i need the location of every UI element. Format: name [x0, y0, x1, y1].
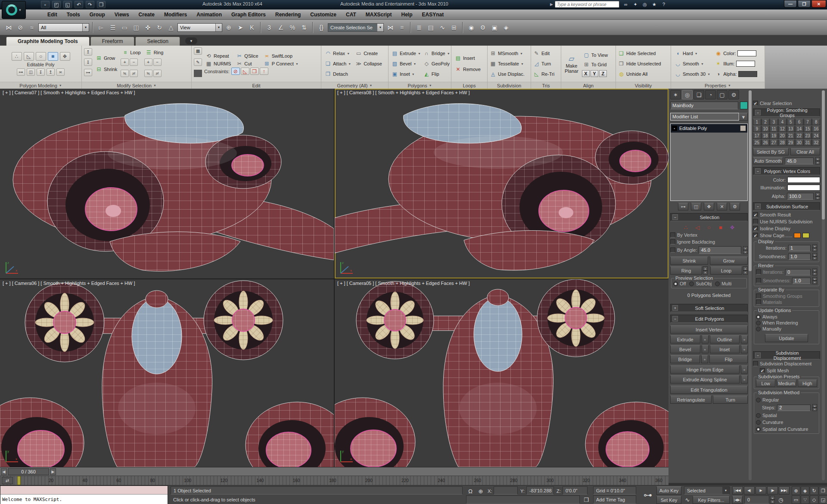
time-configuration-icon[interactable]: ◷	[777, 496, 785, 504]
key-mode-toggle-button[interactable]: |◀▶|	[732, 496, 743, 504]
align-axis-button[interactable]: X	[582, 70, 590, 77]
preset-button[interactable]: High	[798, 380, 817, 387]
ribbon-button[interactable]: ◡Smooth▼	[673, 60, 712, 67]
checkbox[interactable]	[753, 219, 758, 224]
zoom-region-icon[interactable]: ▭	[792, 495, 800, 504]
ribbon-button[interactable]: ✎Edit	[533, 50, 554, 57]
display-iterations-field[interactable]: 1	[788, 245, 811, 251]
make-planar-button[interactable]: ▱ Make Planar	[563, 54, 580, 74]
listener-output-pane[interactable]: Welcome to MAXScript.	[0, 495, 168, 504]
auto-key-button[interactable]: Auto Key	[656, 486, 681, 495]
ribbon-tab[interactable]: Selection	[135, 37, 180, 46]
time-slider[interactable]: ◀ 0 / 360 ▶	[0, 467, 668, 476]
align-axis-button[interactable]: Z	[599, 70, 607, 77]
graphite-toggle-icon[interactable]: ▤	[426, 22, 436, 33]
rollout-subdivision-surface[interactable]: − Subdivision Surface	[753, 202, 820, 210]
spinner-snap-icon[interactable]: ⇅	[299, 22, 309, 33]
next-modifier-icon[interactable]: ↥	[47, 68, 55, 76]
vc-illum-swatch[interactable]	[787, 185, 820, 191]
ribbon-button[interactable]: ⊞Grow	[94, 55, 118, 62]
ribbon-button[interactable]: ◿Turn	[533, 60, 554, 67]
modifier-list-arrow-icon[interactable]: ▼	[739, 113, 748, 121]
ribbon-button[interactable]: ⟲Repeat	[204, 53, 232, 59]
extrude-spline-settings-button[interactable]: ▫	[741, 375, 748, 383]
ribbon-button[interactable]: ✕Remove	[454, 66, 482, 73]
ring-grow-icon[interactable]: +	[144, 59, 152, 66]
previous-modifier-icon[interactable]: ↧	[37, 68, 45, 76]
smoothing-group-button[interactable]: 26	[762, 139, 770, 146]
ribbon-button[interactable]: ⊟Shrink	[94, 66, 118, 73]
set-key-button[interactable]: Set Key	[656, 496, 681, 504]
method-regular-radio[interactable]: Regular	[756, 397, 817, 402]
smoothing-group-button[interactable]: 31	[804, 139, 812, 146]
ribbon-button[interactable]: ▣Inset▼	[391, 71, 422, 77]
smoothing-group-button[interactable]: 15	[804, 126, 812, 132]
element-mode-icon[interactable]: ❖	[60, 52, 70, 61]
grow-button[interactable]: Grow	[710, 257, 748, 265]
loop-shrink-icon[interactable]: −	[130, 59, 138, 66]
edge-mode-icon[interactable]: ◁	[693, 224, 701, 231]
loop-tools[interactable]: ≡Loop	[121, 47, 142, 58]
smoothing-group-button[interactable]: 21	[787, 133, 795, 139]
smoothing-group-button[interactable]: 3	[770, 119, 778, 125]
ribbon-button[interactable]: ≫Collapse	[354, 60, 383, 67]
ribbon-button[interactable]: ▭Create	[354, 50, 383, 57]
frame-spinner[interactable]: ▲▼	[770, 496, 775, 504]
stack-item-swatch[interactable]	[740, 125, 746, 131]
vc-alpha-field[interactable]: 100.0	[787, 193, 814, 200]
extrude-settings-button[interactable]: ▫	[702, 335, 709, 343]
named-selection-set-dropdown[interactable]: Create Selection Se▼	[328, 23, 384, 32]
favorites-icon[interactable]: ★	[650, 1, 659, 8]
viewport-bottom-left[interactable]: [ + ] [ Camera06 ] [ Smooth + Highlights…	[0, 279, 334, 467]
method-curvature-radio[interactable]: Curvature	[756, 420, 817, 425]
field-of-view-icon[interactable]: ◇	[810, 495, 818, 504]
pin-selection-icon[interactable]: ⊶	[84, 69, 92, 76]
ribbon-button[interactable]: ◬Use Displac.	[490, 71, 525, 77]
subscription-center-icon[interactable]: ✦	[631, 1, 640, 8]
ribbon-button[interactable]: ▦NURMS	[204, 60, 232, 67]
flip-button[interactable]: Flip	[709, 355, 748, 363]
align-icon[interactable]: ≡	[397, 22, 407, 33]
percent-snap-icon[interactable]: %	[287, 22, 298, 33]
ribbon-button[interactable]: ⊞To Grid	[582, 61, 609, 68]
smoothing-group-button[interactable]: 30	[795, 139, 803, 146]
alpha-swatch[interactable]	[738, 71, 757, 77]
stack-up-icon[interactable]: ↥	[84, 48, 92, 56]
shrink-button[interactable]: Shrink	[670, 257, 708, 265]
x-coordinate-field[interactable]	[494, 486, 518, 495]
constraint-none-icon[interactable]: ⊘	[231, 68, 240, 75]
material-editor-icon[interactable]: ◉	[466, 22, 476, 33]
minimize-button[interactable]: —	[784, 0, 797, 8]
cage-color-swatch-1[interactable]	[794, 233, 801, 238]
remove-modifier-icon[interactable]: ✕	[717, 203, 727, 210]
smoothing-group-button[interactable]: 11	[770, 126, 778, 132]
stack-item-label[interactable]: Editable Poly	[679, 126, 738, 131]
inset-button[interactable]: Inset	[710, 345, 740, 353]
ribbon-button[interactable]: ⊞MSmooth▼	[490, 50, 525, 57]
select-and-scale-icon[interactable]: △	[166, 22, 176, 33]
auto-smooth-field[interactable]: 45.0	[785, 158, 814, 164]
turn-button[interactable]: Turn	[713, 396, 748, 404]
key-mode-dropdown[interactable]: Selected ▼	[684, 486, 730, 495]
select-and-link-icon[interactable]: ⋈	[3, 22, 14, 33]
render-production-icon[interactable]: ◈	[501, 22, 511, 33]
modifier-list-dropdown[interactable]: Modifier List	[670, 113, 739, 121]
layer-manager-icon[interactable]: ≣	[414, 22, 424, 33]
method-spatial-radio[interactable]: Spatial	[756, 413, 817, 418]
polygon-mode-icon[interactable]: ■	[48, 52, 58, 61]
loop-shift-icon[interactable]: ≒	[121, 70, 129, 77]
ribbon-tab[interactable]: Graphite Modeling Tools	[6, 37, 90, 46]
show-end-result-icon[interactable]: ◫	[691, 203, 701, 210]
ring-tools[interactable]: ☰Ring	[144, 47, 165, 58]
ribbon-button[interactable]: ▢To View	[582, 52, 609, 59]
scrollbar-column-2[interactable]	[822, 90, 825, 480]
ribbon-button[interactable]: ❐Detach	[323, 71, 352, 77]
select-and-rotate-icon[interactable]: ↻	[154, 22, 165, 33]
checkbox[interactable]	[670, 239, 675, 244]
restore-button[interactable]: ❐	[798, 0, 811, 8]
close-button[interactable]: ✕	[811, 0, 826, 8]
clear-all-button[interactable]: Clear All	[790, 148, 820, 155]
undo-icon[interactable]: ↶	[75, 1, 83, 8]
border-mode-icon[interactable]: ○	[705, 224, 713, 231]
ribbon-button[interactable]: ◭Flip	[423, 71, 451, 77]
